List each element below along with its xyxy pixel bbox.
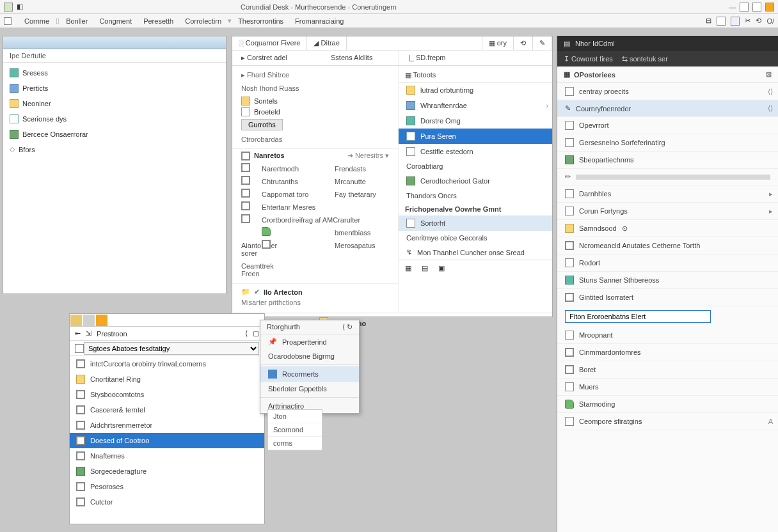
ctx-item[interactable]: 📌Proapertterind: [260, 334, 359, 349]
sub-tab2[interactable]: Sstens Aldlits: [322, 51, 399, 65]
bl-tab2[interactable]: [83, 315, 95, 326]
r-item[interactable]: Cinmmardontomres: [557, 344, 778, 361]
chevron-icon[interactable]: ⟨: [245, 329, 248, 338]
list-item[interactable]: Sorgecederagture: [70, 464, 264, 479]
close-icon[interactable]: [765, 3, 774, 12]
ctab-tool[interactable]: ▦ ory: [482, 36, 514, 50]
list-item[interactable]: Cascerer& terntel: [70, 402, 264, 418]
mini-row[interactable]: corms: [268, 437, 322, 450]
foot-icon3[interactable]: ▣: [438, 264, 445, 272]
filter-input[interactable]: [565, 310, 711, 323]
minimize-icon[interactable]: —: [729, 3, 736, 11]
mini-row[interactable]: Scornond: [268, 423, 322, 437]
list-item[interactable]: Stysboocomtotns: [70, 387, 264, 402]
r-item[interactable]: Darnhhles▸: [557, 185, 778, 203]
tool-icon-4[interactable]: ✂: [745, 17, 750, 25]
r-item[interactable]: Mroopnant: [557, 327, 778, 344]
close-icon[interactable]: ⊠: [766, 70, 772, 79]
ctx-item-hl[interactable]: Rocormerts: [260, 366, 359, 382]
r-item-hl[interactable]: ✎Cournryfnenredor⟨⟩: [557, 100, 778, 117]
list-item[interactable]: Cnortitanel Ring: [70, 372, 264, 387]
tool-icon-1[interactable]: ⊟: [706, 17, 711, 25]
back-icon[interactable]: ⇤: [75, 329, 81, 338]
tool-icon-5[interactable]: ⟲: [756, 17, 761, 25]
r-item[interactable]: Gersesnelno Sorfeferinatirg: [557, 134, 778, 152]
menu-bonller[interactable]: Bonller: [61, 16, 93, 26]
restore-icon[interactable]: [752, 3, 761, 12]
maximize-icon[interactable]: [740, 3, 749, 12]
r-item[interactable]: Sbeopartiechnms: [557, 152, 778, 169]
foot-icon2[interactable]: ▤: [422, 264, 428, 272]
tool-icon-2[interactable]: [717, 17, 726, 26]
tree-item[interactable]: Sresess: [3, 65, 226, 81]
list-item[interactable]: Cestifle estedorn: [399, 144, 552, 159]
ctab-1[interactable]: ░ Coquarnor Fivere: [232, 36, 307, 50]
tree-item[interactable]: Bercece Onsaerrorar: [3, 127, 226, 142]
list-item-hl[interactable]: Sortorht: [399, 215, 552, 231]
rtab-2[interactable]: ⇆ sontetuk ser: [622, 55, 668, 63]
menu-peresetth[interactable]: Peresetth: [138, 16, 179, 26]
bl-tab1[interactable]: [70, 315, 82, 326]
tree-item[interactable]: Scerionse dys: [3, 111, 226, 127]
r-item[interactable]: Muers: [557, 379, 778, 396]
ctx-item[interactable]: Ocarodobsne Bigrmg: [260, 349, 359, 363]
tool-icon-3[interactable]: [731, 17, 740, 26]
sub-tab1[interactable]: ▸ Corstret adel: [232, 51, 322, 65]
list-item[interactable]: Whranftenrdae›: [399, 98, 552, 113]
foot-icon1[interactable]: ▦: [405, 264, 411, 272]
mini-row[interactable]: Jton: [268, 410, 322, 423]
r-item[interactable]: Starmoding: [557, 396, 778, 413]
rtab-1[interactable]: ↧ Coworot fires: [564, 55, 613, 63]
list-item[interactable]: Nnafternes: [70, 448, 264, 464]
bl-select[interactable]: Sgtoes Abatoes fesdtatigy: [84, 342, 259, 355]
list-item[interactable]: lutrad orbtuntirng: [399, 82, 552, 98]
list-item[interactable]: Cenritmye obice Gecorals: [399, 231, 552, 245]
list-item[interactable]: Thandors Oncrs: [399, 189, 552, 203]
list-item[interactable]: Coroabtiarg: [399, 159, 552, 173]
list-item[interactable]: Cutctor: [70, 494, 264, 510]
tree-item[interactable]: Prerticts: [3, 81, 226, 96]
pin-icon[interactable]: ⇲: [86, 329, 91, 338]
ctx-item[interactable]: Sberloter Gppetbls: [260, 382, 359, 396]
r-item[interactable]: Ceompore sfiratginsA: [557, 413, 778, 430]
menu-thesrorrontins[interactable]: Thesrorrontins: [233, 16, 289, 26]
grid-icon: [76, 405, 85, 414]
r-item[interactable]: Corun Fortyngs▸: [557, 203, 778, 220]
sub-tab3[interactable]: |_ SD.frepm: [399, 51, 455, 65]
list-item[interactable]: intctCurcorta orobirry trinvaLcomerns: [70, 356, 264, 372]
max-icon[interactable]: ▢: [253, 329, 259, 338]
list-item-selected[interactable]: Pura Seren: [399, 129, 552, 144]
r-item[interactable]: Opevrrort: [557, 117, 778, 134]
ctab-2[interactable]: ◢ Ditrae: [307, 36, 346, 50]
menu-fromanraciaing[interactable]: Fromanraciaing: [290, 16, 349, 26]
bl-combo[interactable]: Sgtoes Abatoes fesdtatigy: [70, 341, 264, 356]
r-item[interactable]: ✏: [557, 169, 778, 185]
r-item[interactable]: Boret: [557, 361, 778, 379]
list-item-selected[interactable]: Doesed of Cootroo: [70, 433, 264, 448]
bl-tab3[interactable]: [96, 315, 107, 326]
r-item[interactable]: Rodort: [557, 254, 778, 272]
list-item[interactable]: ↯Mon Thanhel Cuncher onse Sread: [399, 245, 552, 260]
tree-item[interactable]: ◇Bfors: [3, 142, 226, 157]
r-item[interactable]: Samndsood ⊙: [557, 220, 778, 237]
grid-icon: [241, 176, 250, 185]
system-menu-icon[interactable]: [4, 17, 12, 25]
list-item[interactable]: Aidchrtsrenmerretor: [70, 418, 264, 433]
r-item[interactable]: centray proecits⟨⟩: [557, 83, 778, 100]
list-item[interactable]: Cerodtocherioot Gator: [399, 173, 552, 189]
menu-corrolectirn[interactable]: Corrolectirn: [180, 16, 226, 26]
gurroths-button[interactable]: Gurroths: [241, 119, 283, 130]
ctab-refresh[interactable]: ⟲: [514, 36, 533, 50]
right-search-input[interactable]: [565, 310, 770, 323]
colA-broeteld[interactable]: Broeteld: [254, 108, 280, 116]
tool-icon-6[interactable]: O/: [766, 17, 774, 25]
list-item[interactable]: Dorstre Omg: [399, 113, 552, 129]
r-item[interactable]: Stuns Sanner Sthbereoss: [557, 272, 778, 289]
list-item[interactable]: Pesoroses: [70, 479, 264, 494]
r-item[interactable]: Gintited Isorratert: [557, 289, 778, 306]
r-item[interactable]: Ncromeancld Anutates Cetherne Tortth: [557, 237, 778, 254]
menu-congment[interactable]: Congment: [94, 16, 137, 26]
ctab-edit[interactable]: ✎: [533, 36, 552, 50]
tree-item[interactable]: Neoniner: [3, 96, 226, 111]
menu-cornme[interactable]: Cornme: [19, 16, 54, 26]
